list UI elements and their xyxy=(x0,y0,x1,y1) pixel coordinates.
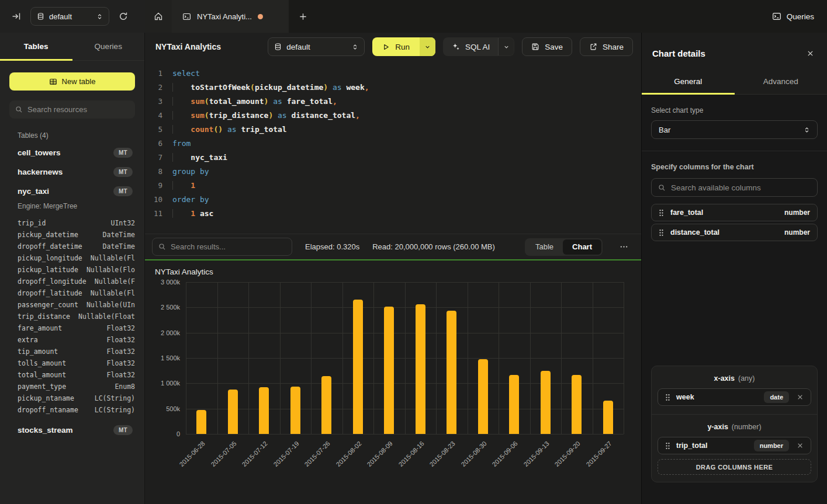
x-axis-header: x-axis(any) xyxy=(658,374,811,383)
schema-column-row: fare_amountFloat32 xyxy=(18,322,135,334)
axis-column-row[interactable]: trip_totalnumber xyxy=(658,437,811,454)
queries-button[interactable]: Queries xyxy=(772,12,814,21)
topbar-database-selector[interactable]: default xyxy=(30,7,109,26)
database-icon xyxy=(37,12,44,20)
remove-column-button[interactable] xyxy=(795,392,805,402)
available-column-row[interactable]: fare_totalnumber xyxy=(651,204,818,221)
tab-advanced[interactable]: Advanced xyxy=(735,70,827,94)
results-more-button[interactable] xyxy=(615,239,632,255)
drag-handle-icon[interactable] xyxy=(665,394,670,401)
view-toggle-chart[interactable]: Chart xyxy=(563,239,601,255)
collapse-sidebar-button[interactable] xyxy=(8,8,25,25)
search-icon xyxy=(158,243,166,251)
drag-handle-icon[interactable] xyxy=(659,229,664,237)
results-search[interactable] xyxy=(152,238,292,256)
table-row[interactable]: nyc_taxiMT xyxy=(9,182,135,201)
home-button[interactable] xyxy=(145,0,172,33)
bar-2015-07-19[interactable] xyxy=(290,387,300,434)
column-type: LC(String) xyxy=(95,394,135,402)
bar-2015-09-13[interactable] xyxy=(541,371,551,434)
table-row[interactable]: hackernewsMT xyxy=(9,162,135,182)
view-toggle: Table Chart xyxy=(525,238,603,256)
drag-handle-icon[interactable] xyxy=(659,209,664,217)
bar-2015-07-26[interactable] xyxy=(321,376,331,434)
sparkle-icon xyxy=(452,43,460,51)
bar-2015-08-02[interactable] xyxy=(353,300,363,434)
available-column-name: fare_total xyxy=(670,208,778,217)
table-icon xyxy=(49,78,57,86)
tab-general[interactable]: General xyxy=(642,70,735,94)
view-toggle-table[interactable]: Table xyxy=(526,239,563,255)
schema-list: trip_idUInt32pickup_datetimeDateTimedrop… xyxy=(18,217,135,416)
share-button[interactable]: Share xyxy=(580,37,633,56)
bar-2015-08-16[interactable] xyxy=(416,304,425,434)
topbar-right: Queries xyxy=(772,0,827,33)
sidebar-tab-tables[interactable]: Tables xyxy=(0,33,72,60)
sidebar-search-input[interactable] xyxy=(27,105,129,114)
new-table-button[interactable]: New table xyxy=(9,72,135,91)
sql-ai-options-button[interactable] xyxy=(498,38,514,55)
column-name: dropoff_latitude xyxy=(18,289,82,297)
left-sidebar: Tables Queries New table Tables (4) cell… xyxy=(0,33,145,504)
sql-editor[interactable]: 1select2 toStartOfWeek(pickup_datetime) … xyxy=(145,61,641,234)
available-column-row[interactable]: distance_totalnumber xyxy=(651,224,818,241)
bar-2015-06-28[interactable] xyxy=(196,410,206,434)
refresh-button[interactable] xyxy=(115,8,132,25)
sql-ai-button[interactable]: SQL AI xyxy=(444,38,498,55)
run-label: Run xyxy=(395,43,410,51)
sidebar-search[interactable] xyxy=(9,100,135,119)
chart-type-select[interactable]: Bar xyxy=(651,120,818,139)
y-tick-label: 2 000k xyxy=(161,329,180,336)
app-window: default NYTaxi Analyti... Queri xyxy=(0,0,827,504)
sql-ai-label: SQL AI xyxy=(465,43,490,51)
bar-2015-08-09[interactable] xyxy=(384,307,394,434)
sidebar-tab-queries[interactable]: Queries xyxy=(72,33,145,60)
close-panel-button[interactable] xyxy=(804,47,816,60)
bar-2015-09-20[interactable] xyxy=(572,375,582,434)
axis-column-row[interactable]: weekdate xyxy=(658,388,811,406)
drag-columns-drop-zone[interactable]: DRAG COLUMNS HERE xyxy=(658,459,811,475)
bar-2015-08-23[interactable] xyxy=(447,311,456,434)
code-line: 9 1 xyxy=(145,179,641,193)
y-tick-label: 2 500k xyxy=(161,304,180,311)
read-stat: Read: 20,000,000 rows (260.00 MB) xyxy=(372,242,495,251)
save-button[interactable]: Save xyxy=(522,37,572,56)
schema-column-row: tolls_amountFloat32 xyxy=(18,357,135,369)
schema-column-row: total_amountFloat32 xyxy=(18,369,135,381)
table-name: hackernews xyxy=(18,168,63,176)
tab-nytaxi-analytics[interactable]: NYTaxi Analyti... xyxy=(172,0,289,33)
query-database-selector[interactable]: default xyxy=(268,37,365,56)
bar-2015-07-12[interactable] xyxy=(259,387,269,434)
remove-column-button[interactable] xyxy=(795,440,805,451)
column-name: trip_id xyxy=(18,219,46,227)
tables-section-title: Tables (4) xyxy=(18,131,135,140)
query-database-value: default xyxy=(286,43,347,51)
columns-search-input[interactable] xyxy=(671,183,811,192)
bar-2015-07-05[interactable] xyxy=(228,390,238,434)
chevron-down-icon xyxy=(424,44,431,50)
chart-column xyxy=(373,282,405,434)
bar-2015-09-06[interactable] xyxy=(509,375,519,434)
bar-2015-09-27[interactable] xyxy=(603,401,613,434)
run-button[interactable]: Run xyxy=(372,37,420,56)
results-search-input[interactable] xyxy=(171,242,286,251)
collapse-sidebar-icon xyxy=(12,12,21,21)
bar-2015-08-30[interactable] xyxy=(478,359,488,434)
table-row[interactable]: stocks_streamMT xyxy=(9,420,135,440)
column-name: passenger_count xyxy=(18,301,78,309)
column-name: pickup_longitude xyxy=(18,254,82,262)
y-axis-items: trip_totalnumber xyxy=(658,437,811,454)
run-options-button[interactable] xyxy=(420,37,435,56)
drag-handle-icon[interactable] xyxy=(665,442,670,450)
schema-column-row: pickup_ntanameLC(String) xyxy=(18,392,135,404)
table-row[interactable]: cell_towersMT xyxy=(9,143,135,162)
new-tab-button[interactable] xyxy=(289,0,317,33)
column-name: dropoff_longitude xyxy=(18,277,86,286)
column-name: fare_amount xyxy=(18,324,62,332)
schema-column-row: pickup_latitudeNullable(Flo xyxy=(18,264,135,276)
topbar-left: default xyxy=(0,0,145,33)
column-name: tip_amount xyxy=(18,347,58,356)
columns-search[interactable] xyxy=(651,178,818,197)
chart-column xyxy=(468,282,499,434)
chart-title: NYTaxi Analytics xyxy=(145,267,641,276)
